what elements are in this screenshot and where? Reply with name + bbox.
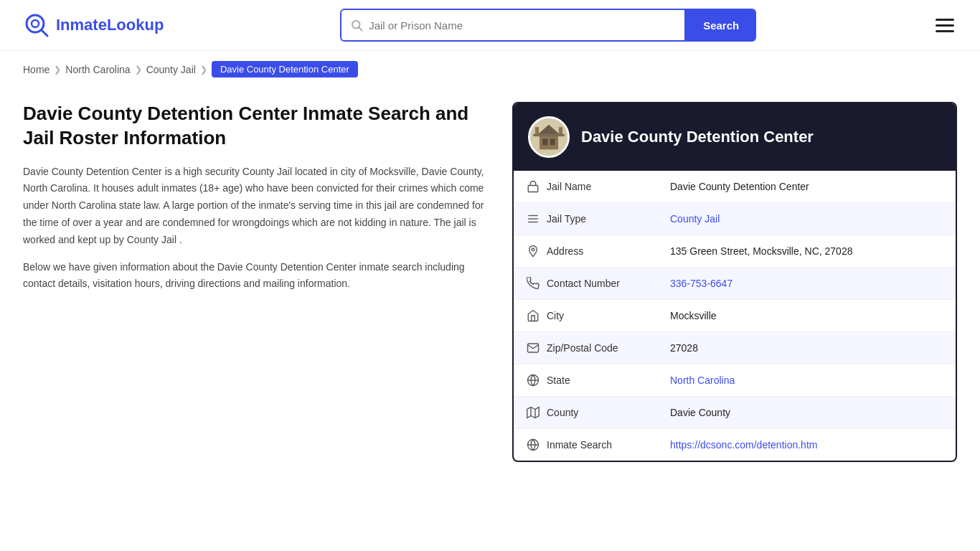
county-icon (527, 406, 540, 419)
row-value-cell: 27028 (657, 332, 956, 364)
left-column: Davie County Detention Center Inmate Sea… (23, 102, 489, 303)
logo-text: InmateLookup (56, 16, 164, 34)
row-value-cell[interactable]: https://dcsonc.com/detention.htm (657, 429, 956, 461)
svg-rect-11 (535, 127, 539, 134)
svg-line-1 (42, 30, 47, 36)
description-paragraph-1: Davie County Detention Center is a high … (23, 164, 489, 249)
main-content: Davie County Detention Center Inmate Sea… (0, 88, 980, 491)
row-value-link[interactable]: https://dcsonc.com/detention.htm (670, 439, 817, 451)
row-label-cell: City (514, 300, 657, 332)
row-value-cell: 135 Green Street, Mocksville, NC, 27028 (657, 235, 956, 268)
row-label-cell: Jail Name (514, 171, 657, 203)
menu-line-2 (936, 24, 954, 27)
city-icon (527, 309, 540, 322)
hamburger-menu-button[interactable] (933, 16, 957, 35)
row-label-cell: Contact Number (514, 268, 657, 300)
description-paragraph-2: Below we have given information about th… (23, 259, 489, 293)
row-label-cell: Zip/Postal Code (514, 332, 657, 364)
phone-icon (527, 277, 540, 290)
row-value-cell: Davie County Detention Center (657, 171, 956, 203)
search-icon (350, 19, 363, 32)
search-input[interactable] (369, 19, 676, 32)
card-header: Davie County Detention Center (514, 103, 956, 171)
table-row: CountyDavie County (514, 397, 956, 429)
row-label-cell: Jail Type (514, 203, 657, 235)
card-title: Davie County Detention Center (581, 128, 814, 146)
table-row: Zip/Postal Code27028 (514, 332, 956, 364)
row-label-cell: State (514, 364, 657, 397)
breadcrumb: Home ❯ North Carolina ❯ County Jail ❯ Da… (0, 51, 980, 88)
right-column: Davie County Detention Center Jail NameD… (512, 102, 957, 462)
zip-icon (527, 342, 540, 354)
state-icon (527, 374, 540, 387)
breadcrumb-nc[interactable]: North Carolina (65, 64, 130, 75)
logo-link[interactable]: InmateLookup (23, 11, 164, 39)
svg-point-17 (532, 248, 534, 251)
table-row: StateNorth Carolina (514, 364, 956, 397)
row-label-text: Inmate Search (547, 439, 612, 451)
row-label-text: County (547, 407, 578, 418)
svg-point-2 (32, 20, 39, 27)
row-label-cell: County (514, 397, 657, 429)
table-row: Address135 Green Street, Mocksville, NC,… (514, 235, 956, 268)
row-label-text: Jail Name (547, 181, 591, 192)
breadcrumb-chevron-3: ❯ (200, 65, 207, 75)
row-label-text: City (547, 310, 564, 321)
header: InmateLookup Search (0, 0, 980, 51)
row-label-text: Zip/Postal Code (547, 342, 618, 354)
row-value-cell: Mocksville (657, 300, 956, 332)
menu-line-1 (936, 19, 954, 21)
menu-line-3 (936, 30, 954, 32)
breadcrumb-chevron-1: ❯ (54, 65, 61, 75)
search-button[interactable]: Search (686, 9, 756, 42)
row-label-text: State (547, 375, 570, 386)
row-label-text: Contact Number (547, 278, 620, 289)
row-value-cell: Davie County (657, 397, 956, 429)
svg-rect-8 (550, 139, 555, 146)
inmate-icon (527, 438, 540, 451)
logo-icon (23, 11, 50, 39)
jail-avatar (528, 116, 570, 158)
row-value-cell[interactable]: County Jail (657, 203, 956, 235)
table-row: Jail NameDavie County Detention Center (514, 171, 956, 203)
search-area: Search (340, 9, 756, 42)
table-row: Jail TypeCounty Jail (514, 203, 956, 235)
row-value-cell[interactable]: North Carolina (657, 364, 956, 397)
row-label-text: Jail Type (547, 213, 586, 225)
row-label-cell: Address (514, 235, 657, 268)
row-value-link[interactable]: 336-753-6647 (670, 278, 732, 289)
breadcrumb-chevron-2: ❯ (135, 65, 142, 75)
info-card: Davie County Detention Center Jail NameD… (512, 102, 957, 462)
page-title: Davie County Detention Center Inmate Sea… (23, 102, 489, 151)
row-value-link[interactable]: North Carolina (670, 375, 735, 386)
breadcrumb-current: Davie County Detention Center (212, 61, 358, 77)
type-icon (527, 212, 540, 225)
table-row: Contact Number336-753-6647 (514, 268, 956, 300)
breadcrumb-home[interactable]: Home (23, 64, 50, 75)
search-wrapper (340, 9, 686, 42)
info-table: Jail NameDavie County Detention CenterJa… (514, 171, 956, 461)
row-value-link[interactable]: County Jail (670, 213, 720, 225)
svg-rect-13 (528, 186, 538, 192)
table-row: Inmate Searchhttps://dcsonc.com/detentio… (514, 429, 956, 461)
jail-icon (527, 180, 540, 193)
row-label-text: Address (547, 245, 583, 257)
breadcrumb-jail-type[interactable]: County Jail (146, 64, 196, 75)
svg-rect-12 (559, 127, 562, 134)
row-value-cell[interactable]: 336-753-6647 (657, 268, 956, 300)
address-icon (527, 245, 540, 258)
svg-rect-7 (542, 139, 547, 146)
row-label-cell: Inmate Search (514, 429, 657, 461)
svg-line-4 (359, 27, 362, 30)
table-row: CityMocksville (514, 300, 956, 332)
